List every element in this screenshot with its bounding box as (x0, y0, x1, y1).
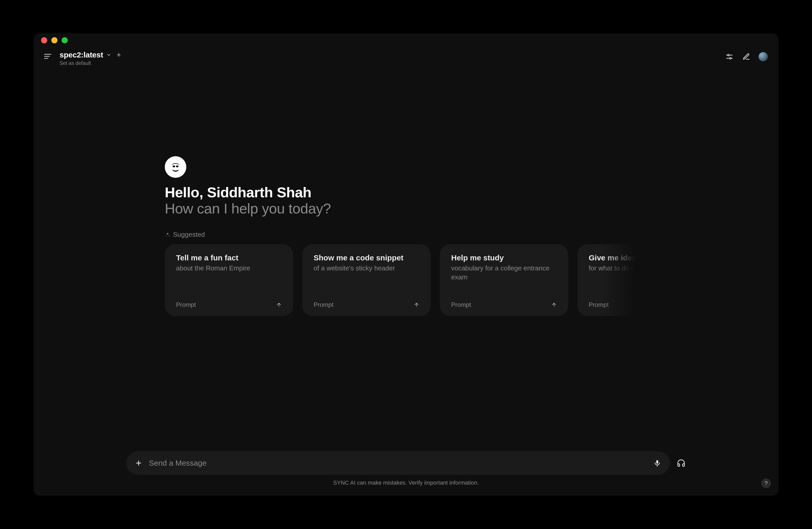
card-foot-label: Prompt (176, 301, 196, 308)
window-minimize-button[interactable] (51, 37, 57, 43)
assistant-logo (165, 156, 186, 178)
card-title: Show me a code snippet (314, 253, 419, 262)
greeting-subtitle: How can I help you today? (165, 200, 647, 217)
card-subtitle: vocabulary for a college entrance exam (451, 264, 557, 282)
svg-point-7 (173, 165, 175, 167)
card-title: Give me ideas (589, 253, 647, 262)
voice-mode-button[interactable] (677, 458, 686, 468)
suggestion-card[interactable]: Tell me a fun fact about the Roman Empir… (165, 244, 293, 316)
chevron-down-icon (106, 52, 111, 57)
card-subtitle: of a website's sticky header (314, 264, 419, 273)
svg-point-5 (730, 57, 731, 59)
svg-point-3 (728, 54, 729, 56)
window-zoom-button[interactable] (62, 37, 68, 43)
app-bar: spec2:latest Set as default (34, 47, 778, 72)
help-button[interactable]: ? (761, 479, 771, 488)
card-title: Tell me a fun fact (176, 253, 282, 262)
traffic-lights (41, 37, 68, 43)
card-subtitle: about the Roman Empire (176, 264, 282, 273)
message-input[interactable] (149, 459, 647, 467)
card-foot-label: Prompt (589, 301, 608, 308)
disclaimer-text: SYNC AI can make mistakes. Verify import… (333, 480, 479, 486)
new-chat-button[interactable] (742, 52, 751, 61)
greeting-title: Hello, Siddharth Shah (165, 184, 647, 201)
main-content: Hello, Siddharth Shah How can I help you… (34, 72, 778, 495)
menu-button[interactable] (44, 52, 53, 61)
card-subtitle: for what to do with my kids' a (589, 264, 647, 273)
card-title: Help me study (451, 253, 557, 262)
set-default-link[interactable]: Set as default (60, 60, 122, 66)
card-foot-label: Prompt (451, 301, 471, 308)
model-selector[interactable]: spec2:latest (60, 50, 122, 59)
svg-point-8 (176, 165, 179, 167)
settings-sliders-button[interactable] (725, 52, 734, 61)
microphone-button[interactable] (653, 459, 661, 467)
window-titlebar (34, 34, 778, 47)
suggestion-card[interactable]: Give me ideas for what to do with my kid… (577, 244, 647, 316)
user-avatar[interactable] (759, 52, 768, 61)
app-window: spec2:latest Set as default (34, 34, 778, 495)
suggested-label: Suggested (165, 231, 647, 239)
message-composer (126, 451, 670, 475)
add-model-button[interactable] (116, 52, 122, 58)
suggested-text: Suggested (173, 231, 205, 239)
arrow-up-icon (276, 302, 282, 308)
composer-area: SYNC AI can make mistakes. Verify import… (34, 451, 778, 486)
suggestion-card[interactable]: Show me a code snippet of a website's st… (302, 244, 431, 316)
card-foot-label: Prompt (314, 301, 333, 308)
suggestion-cards: Tell me a fun fact about the Roman Empir… (165, 244, 647, 316)
arrow-up-icon (414, 302, 419, 308)
attach-button[interactable] (135, 459, 142, 467)
model-name: spec2:latest (60, 50, 103, 59)
suggestion-card[interactable]: Help me study vocabulary for a college e… (440, 244, 568, 316)
svg-point-6 (169, 160, 182, 174)
sparkle-icon (165, 232, 170, 238)
arrow-up-icon (551, 302, 557, 308)
window-close-button[interactable] (41, 37, 47, 43)
